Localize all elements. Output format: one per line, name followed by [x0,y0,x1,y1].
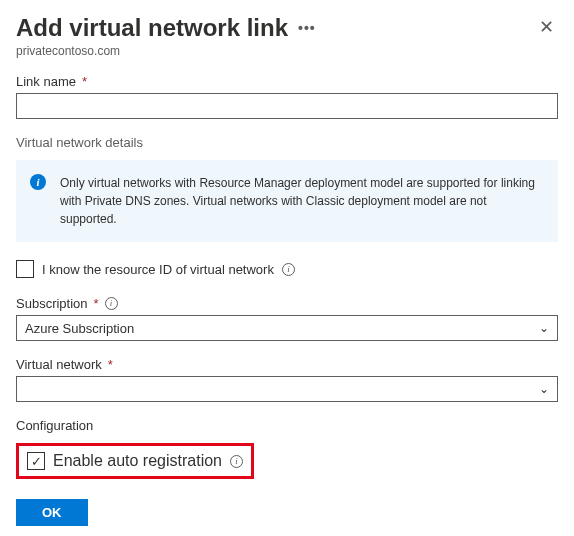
virtual-network-label-text: Virtual network [16,357,102,372]
auto-registration-highlight: ✓ Enable auto registration i [16,443,254,479]
breadcrumb: privatecontoso.com [16,44,316,58]
close-icon[interactable]: ✕ [535,14,558,40]
know-resource-id-checkbox[interactable] [16,260,34,278]
link-name-input[interactable] [16,93,558,119]
subscription-value: Azure Subscription [25,321,134,336]
virtual-network-label: Virtual network * [16,357,558,372]
ok-button[interactable]: OK [16,499,88,526]
subscription-label-text: Subscription [16,296,88,311]
page-title: Add virtual network link ••• [16,14,316,42]
info-banner: i Only virtual networks with Resource Ma… [16,160,558,242]
virtual-network-select[interactable]: ⌄ [16,376,558,402]
configuration-title: Configuration [16,418,558,433]
link-name-label-text: Link name [16,74,76,89]
vnet-details-title: Virtual network details [16,135,558,150]
auto-registration-label: Enable auto registration [53,452,222,470]
chevron-down-icon: ⌄ [539,321,549,335]
link-name-label: Link name * [16,74,558,89]
info-banner-text: Only virtual networks with Resource Mana… [60,176,535,226]
required-asterisk: * [94,296,99,311]
info-tooltip-icon[interactable]: i [282,263,295,276]
info-tooltip-icon[interactable]: i [105,297,118,310]
info-icon: i [30,174,46,190]
required-asterisk: * [82,74,87,89]
know-resource-id-label: I know the resource ID of virtual networ… [42,262,274,277]
info-tooltip-icon[interactable]: i [230,455,243,468]
subscription-label: Subscription * i [16,296,558,311]
auto-registration-checkbox[interactable]: ✓ [27,452,45,470]
more-icon[interactable]: ••• [298,20,316,36]
page-title-text: Add virtual network link [16,14,288,42]
subscription-select[interactable]: Azure Subscription ⌄ [16,315,558,341]
chevron-down-icon: ⌄ [539,382,549,396]
required-asterisk: * [108,357,113,372]
